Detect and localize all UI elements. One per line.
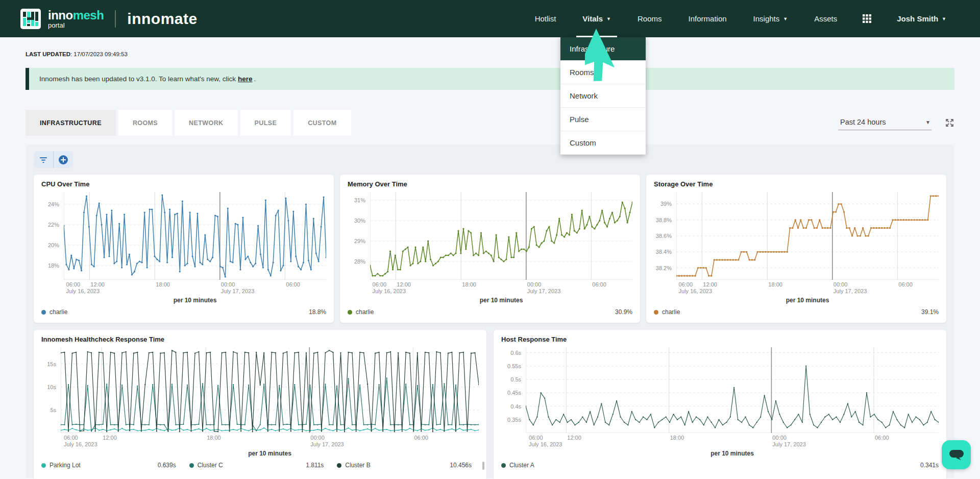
banner-text: Innomesh has been updated to v3.1.0. To … (39, 75, 236, 83)
chat-widget-button[interactable] (942, 440, 971, 469)
tab-custom[interactable]: CUSTOM (293, 110, 351, 136)
nav-item-assets[interactable]: Assets (801, 0, 850, 37)
chart-legend: Parking Lot0.639sCluster C1.811sCluster … (41, 462, 479, 469)
banner-here-link[interactable]: here (238, 75, 253, 83)
y-tick-label: 0.45s (507, 390, 521, 396)
filter-button[interactable] (34, 151, 53, 168)
x-tick-label: 06:00 (592, 281, 606, 288)
menu-item-infrastructure[interactable]: Infrastructure (560, 37, 646, 61)
time-range-value: Past 24 hours (840, 118, 886, 126)
legend-dot-icon (348, 310, 352, 315)
x-tick-label: 18:00 (156, 281, 170, 288)
legend-dot-icon (41, 463, 46, 468)
legend-item-charlie[interactable]: charlie18.8% (41, 308, 326, 316)
menu-item-pulse[interactable]: Pulse (560, 108, 646, 131)
logo-divider (115, 10, 116, 28)
x-axis-unit-label: per 10 minutes (501, 450, 939, 457)
x-axis-unit-label: per 10 minutes (41, 297, 326, 304)
brand-portal: portal (48, 22, 104, 29)
top-navbar: innomesh portal innomate HotlistVitals▼R… (0, 0, 980, 37)
x-tick-label: 06:00July 16, 2023 (64, 435, 97, 448)
legend-series-name: charlie (662, 308, 680, 316)
tab-pulse[interactable]: PULSE (240, 110, 291, 136)
y-axis: 18%20%22%24% (41, 192, 64, 295)
legend-item-charlie[interactable]: charlie39.1% (654, 308, 939, 316)
user-menu[interactable]: Josh Smith ▼ (884, 0, 960, 37)
nav-item-vitals[interactable]: Vitals▼ (569, 0, 624, 37)
legend-current-value: 30.9% (615, 308, 632, 316)
chart-card-host-response-time: Host Response Time0.35s0.4s0.45s0.5s0.55… (494, 330, 946, 479)
x-tick-label: 06:00 (286, 281, 300, 288)
product-name: innomate (127, 10, 197, 28)
y-tick-label: 39% (660, 201, 672, 207)
chart-legend: charlie39.1% (654, 308, 939, 316)
x-tick-label: 18:00 (768, 281, 782, 288)
x-tick-label: 00:00July 17, 2023 (221, 281, 254, 295)
fullscreen-button[interactable] (945, 118, 954, 128)
chevron-down-icon: ▼ (783, 16, 788, 21)
update-banner: Innomesh has been updated to v3.1.0. To … (26, 68, 954, 90)
chat-bubble-icon (949, 448, 964, 462)
y-axis: 38.2%38.4%38.6%38.8%39% (654, 192, 676, 295)
y-tick-label: 10s (47, 384, 56, 390)
plus-icon (58, 155, 68, 165)
x-tick-label: 12:00 (397, 281, 411, 288)
y-tick-label: 18% (48, 262, 59, 269)
logo[interactable]: innomesh portal (20, 9, 104, 29)
y-tick-label: 0.4s (510, 403, 521, 410)
x-tick-label: 06:00July 16, 2023 (529, 435, 562, 448)
charts-toolbar (34, 151, 73, 168)
x-tick-label: 00:00July 17, 2023 (527, 281, 560, 295)
nav-item-information[interactable]: Information (675, 0, 740, 37)
filter-icon (39, 156, 47, 163)
user-name: Josh Smith (897, 14, 938, 23)
legend-item-cluster-a[interactable]: Cluster A0.341s (501, 462, 939, 469)
x-tick-label: 18:00 (207, 435, 221, 441)
charts-panel: CPU Over Time18%20%22%24%06:00July 16, 2… (26, 145, 954, 478)
x-axis: 06:00July 16, 202312:0018:0000:00July 17… (64, 280, 326, 295)
brand-inno: inno (48, 8, 73, 22)
tab-rooms[interactable]: ROOMS (118, 110, 172, 136)
legend-series-name: Cluster A (509, 462, 534, 469)
nav-item-insights[interactable]: Insights▼ (740, 0, 801, 37)
tab-network[interactable]: NETWORK (175, 110, 237, 136)
legend-series-name: Cluster B (345, 462, 370, 469)
plot-area: 06:00July 16, 202312:0018:0000:00July 17… (676, 192, 939, 295)
legend-item-cluster-b[interactable]: Cluster B10.456s (337, 462, 472, 469)
y-tick-label: 31% (354, 197, 365, 203)
tabs-row: INFRASTRUCTUREROOMSNETWORKPULSECUSTOM Pa… (26, 110, 954, 136)
y-tick-label: 24% (48, 201, 59, 207)
x-axis-unit-label: per 10 minutes (654, 297, 939, 304)
nav-item-label: Information (689, 14, 727, 23)
nav-item-label: Assets (814, 14, 837, 23)
legend-dot-icon (41, 310, 46, 315)
x-axis: 06:00July 16, 202312:0018:0000:00July 17… (370, 280, 632, 295)
legend-scrollbar[interactable] (482, 462, 484, 470)
y-axis: 0.35s0.4s0.45s0.5s0.55s0.6s (501, 347, 526, 448)
time-range-select[interactable]: Past 24 hours ▼ (838, 116, 932, 130)
menu-item-custom[interactable]: Custom (560, 131, 646, 155)
legend-series-name: charlie (356, 308, 374, 316)
tab-infrastructure[interactable]: INFRASTRUCTURE (26, 110, 116, 136)
y-tick-label: 38.4% (656, 249, 672, 255)
plot-area: 06:00July 16, 202312:0018:0000:00July 17… (64, 192, 326, 295)
legend-current-value: 10.456s (450, 462, 472, 469)
nav-item-rooms[interactable]: Rooms (624, 0, 675, 37)
legend-item-charlie[interactable]: charlie30.9% (348, 308, 632, 316)
menu-item-network[interactable]: Network (560, 84, 646, 108)
legend-item-parking-lot[interactable]: Parking Lot0.639s (41, 462, 176, 469)
add-chart-button[interactable] (54, 151, 73, 168)
legend-item-cluster-c[interactable]: Cluster C1.811s (189, 462, 324, 469)
tabs-right-controls: Past 24 hours ▼ (838, 116, 954, 130)
x-tick-label: 00:00July 17, 2023 (772, 435, 805, 448)
menu-item-rooms[interactable]: Rooms (560, 61, 646, 84)
nav-item-hotlist[interactable]: Hotlist (522, 0, 570, 37)
chart-svg (64, 192, 326, 280)
app-grid-button[interactable] (850, 0, 884, 37)
chart-legend: charlie30.9% (348, 308, 632, 316)
plot-area: 06:00July 16, 202312:0018:0000:00July 17… (526, 347, 939, 448)
y-tick-label: 38.8% (656, 217, 672, 223)
legend-current-value: 1.811s (306, 462, 324, 469)
y-tick-label: 30% (354, 218, 365, 224)
legend-current-value: 0.341s (920, 462, 939, 469)
